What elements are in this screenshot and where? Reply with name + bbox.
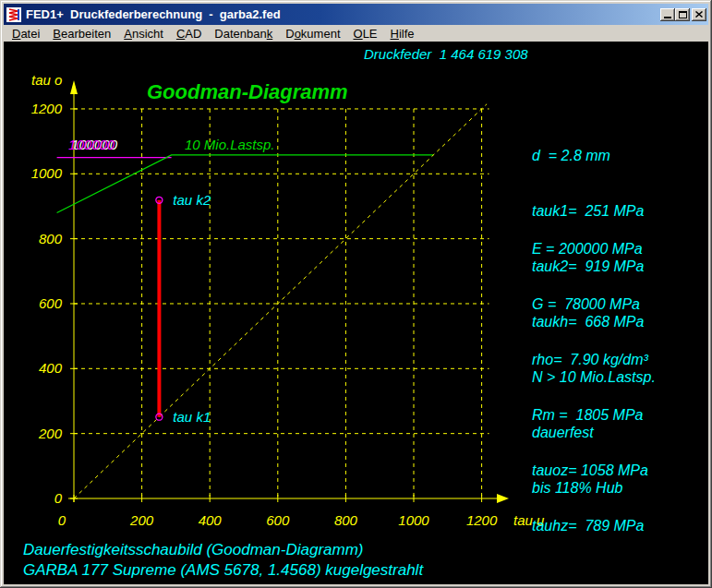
minimize-icon — [664, 17, 671, 18]
menu-item-hilfe[interactable]: Hilfe — [384, 26, 421, 42]
diagonal-tau-equal-line — [74, 104, 487, 498]
close-icon — [695, 11, 703, 18]
chart-annotation-1: 100000 — [68, 137, 115, 152]
maximize-icon — [679, 11, 687, 18]
svg-text:0: 0 — [54, 490, 63, 506]
svg-text:800: 800 — [39, 231, 63, 246]
chart-annotation-2: 10 Mio.Lastsp. — [185, 137, 275, 152]
svg-text:1000: 1000 — [398, 512, 429, 528]
footer-material-name: GARBA 177 Supreme (AMS 5678, 1.4568) kug… — [23, 561, 423, 580]
tau-k1-point-label: tau k1 — [173, 409, 211, 425]
goodman-dauerfest-line — [57, 155, 434, 213]
info-line: N > 10 Mio.Lastsp. — [532, 368, 656, 387]
svg-text:1200: 1200 — [466, 512, 498, 528]
info-line: dauerfest — [532, 424, 656, 442]
grid-lines — [74, 109, 489, 498]
spring-icon[interactable] — [6, 7, 21, 22]
info-line: E = 200000 MPa — [532, 240, 648, 258]
svg-text:600: 600 — [266, 512, 290, 528]
titlebar[interactable]: FED1+ Druckfederberechnung - garba2.fed — [4, 4, 708, 25]
menu-item-bearbeiten[interactable]: Bearbeiten — [46, 26, 117, 42]
info-group-result: N > 10 Mio.Lastsp. dauerfest bis 118% Hu… — [532, 331, 656, 534]
y-axis-label: tau o — [31, 72, 62, 88]
maximize-button[interactable] — [675, 8, 690, 21]
info-line: bis 118% Hub — [532, 479, 656, 498]
svg-text:600: 600 — [39, 295, 63, 311]
close-button[interactable] — [692, 8, 706, 21]
svg-text:200: 200 — [129, 512, 154, 528]
client-area: Druckfeder 1 464 619 308 Goodman-Diagram… — [4, 42, 708, 584]
svg-text:200: 200 — [38, 426, 63, 441]
info-line: G = 78000 MPa — [532, 295, 648, 314]
menu-item-ansicht[interactable]: Ansicht — [117, 26, 170, 42]
window-controls — [660, 8, 706, 21]
x-axis-arrow-icon — [497, 494, 509, 503]
app-window: FED1+ Druckfederberechnung - garba2.fed … — [0, 0, 712, 588]
menubar: Datei Bearbeiten Ansicht CAD Datenbank D… — [4, 25, 708, 42]
info-line: d = 2.8 mm — [532, 147, 644, 165]
svg-text:1200: 1200 — [31, 101, 63, 116]
axes — [68, 80, 509, 503]
svg-text:400: 400 — [39, 360, 63, 376]
footer-diagram-name: Dauerfestigkeitsschaubild (Goodman-Diagr… — [23, 541, 363, 559]
menu-item-datenbank[interactable]: Datenbank — [208, 26, 279, 42]
y-axis-arrow-icon — [70, 80, 78, 94]
menu-item-datei[interactable]: Datei — [6, 26, 46, 42]
window-title: FED1+ Druckfederberechnung - garba2.fed — [26, 7, 660, 21]
menu-item-ole[interactable]: OLE — [347, 26, 384, 42]
menu-item-cad[interactable]: CAD — [170, 26, 208, 42]
tau-k2-point-label: tau k2 — [173, 192, 211, 208]
menu-item-dokument[interactable]: Dokument — [279, 26, 346, 42]
svg-text:0: 0 — [58, 512, 66, 528]
svg-text:800: 800 — [334, 512, 358, 528]
svg-text:400: 400 — [199, 512, 223, 528]
svg-text:1000: 1000 — [31, 165, 63, 181]
minimize-button[interactable] — [660, 8, 675, 21]
